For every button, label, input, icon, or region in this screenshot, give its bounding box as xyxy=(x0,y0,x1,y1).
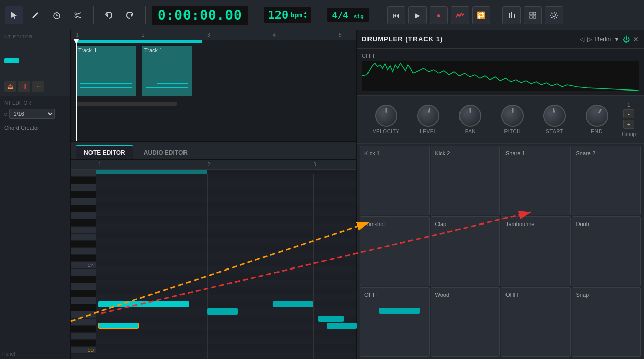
key-eb4[interactable] xyxy=(71,241,96,248)
pad-tambourine[interactable]: Tambourine xyxy=(501,216,571,286)
preset-prev-btn[interactable]: ◁ xyxy=(580,36,584,43)
settings-button[interactable] xyxy=(545,6,563,24)
pad-snare2[interactable]: Snare 2 xyxy=(572,146,641,215)
key-cs3[interactable] xyxy=(71,340,96,347)
key-g3[interactable] xyxy=(71,297,96,304)
track-block-2[interactable]: Track 1 xyxy=(142,46,192,96)
key-a4[interactable] xyxy=(71,198,96,205)
pad-ohh[interactable]: OHH xyxy=(501,287,571,357)
preset-dropdown-btn[interactable]: ▼ xyxy=(614,36,620,43)
key-b3[interactable] xyxy=(71,269,96,276)
pad-chh[interactable]: CHH xyxy=(360,287,430,357)
key-c4[interactable]: C4 xyxy=(71,262,96,269)
time-display[interactable]: 0:00:00.00 xyxy=(152,6,248,25)
key-fs4[interactable] xyxy=(71,219,96,227)
key-fs3[interactable] xyxy=(71,304,96,311)
h-scrollbar-thumb[interactable] xyxy=(76,102,177,106)
key-bb3[interactable] xyxy=(71,276,96,283)
bpm-up[interactable]: ▲ xyxy=(304,11,307,15)
key-bb4[interactable] xyxy=(71,191,96,198)
undo-button[interactable] xyxy=(100,6,118,24)
scissors-tool[interactable] xyxy=(69,6,87,24)
time-sig-display[interactable]: 4/4 sig xyxy=(327,8,369,22)
mixer-button[interactable] xyxy=(502,6,521,24)
note-block-6[interactable] xyxy=(327,323,357,329)
tab-audio-editor[interactable]: AUDIO EDITOR xyxy=(135,146,196,159)
pitch-knob[interactable] xyxy=(501,105,524,127)
ruler-mark-3: 3 xyxy=(207,32,210,38)
selection-range[interactable] xyxy=(76,40,202,43)
end-knob[interactable] xyxy=(582,100,612,130)
key-b4[interactable] xyxy=(71,184,96,191)
track-block-1[interactable]: Track 1 xyxy=(76,46,136,96)
rewind-button[interactable]: ⏮ xyxy=(387,6,405,24)
extra-tools xyxy=(502,6,563,24)
preset-next-btn[interactable]: ▷ xyxy=(587,36,592,43)
pad-kick1[interactable]: Kick 1 xyxy=(360,146,430,215)
pencil-tool[interactable] xyxy=(26,6,44,24)
key-e4[interactable] xyxy=(71,234,96,241)
key-f3[interactable] xyxy=(71,311,96,319)
pan-knob[interactable] xyxy=(459,105,481,127)
record-button[interactable]: ● xyxy=(430,6,448,24)
drumpler-knobs: VELOCITY LEVEL PAN PITCH START END xyxy=(357,96,644,144)
key-a3[interactable] xyxy=(71,283,96,290)
redo-button[interactable] xyxy=(121,6,139,24)
velocity-knob[interactable] xyxy=(375,105,397,127)
clock-tool[interactable] xyxy=(48,6,66,24)
key-e3[interactable] xyxy=(71,319,96,326)
bpm-display[interactable]: 120 bpm ▲ ▼ xyxy=(264,7,311,23)
level-knob[interactable] xyxy=(416,103,441,128)
bpm-down[interactable]: ▼ xyxy=(304,15,307,19)
track-volume-btn[interactable]: 📥 xyxy=(4,81,16,92)
pad-clap[interactable]: Clap xyxy=(431,216,500,286)
note-block-1[interactable] xyxy=(98,301,189,307)
automation-button[interactable] xyxy=(451,6,469,24)
key-ab3[interactable] xyxy=(71,290,96,297)
drumpler-close-btn[interactable]: ✕ xyxy=(633,35,639,43)
grid-mark-1: 1 xyxy=(98,162,101,167)
waveform-display[interactable] xyxy=(362,61,639,91)
svg-point-6 xyxy=(75,16,77,18)
key-f4[interactable] xyxy=(71,227,96,234)
key-b4b[interactable] xyxy=(71,177,96,184)
pad-kick2[interactable]: Kick 2 xyxy=(431,146,500,215)
key-d3[interactable] xyxy=(71,333,96,340)
pad-douh[interactable]: Douh xyxy=(572,216,641,286)
key-d4[interactable] xyxy=(71,248,96,255)
track-eq-btn[interactable]: ||| xyxy=(18,81,30,92)
key-eb3[interactable] xyxy=(71,326,96,333)
note-block-3[interactable] xyxy=(273,301,313,307)
tab-note-editor[interactable]: NOTE EDITOR xyxy=(76,145,133,159)
pad-rimshot[interactable]: Rimshot xyxy=(360,216,430,286)
note-block-2[interactable] xyxy=(207,308,238,315)
track-auto-btn[interactable]: 〰 xyxy=(32,81,44,92)
loop-button[interactable]: 🔁 xyxy=(472,6,490,24)
preset-power-btn[interactable]: ⏻ xyxy=(623,35,630,43)
pad-wood[interactable]: Wood xyxy=(431,287,500,357)
key-g4[interactable] xyxy=(71,212,96,219)
start-knob[interactable] xyxy=(542,103,568,128)
group-plus-btn[interactable]: + xyxy=(623,120,634,129)
key-cs4[interactable] xyxy=(71,255,96,262)
note-block-4[interactable] xyxy=(318,316,344,322)
pad-snap[interactable]: Snap xyxy=(572,287,641,357)
key-c5[interactable] xyxy=(71,170,96,177)
quantize-select[interactable]: 1/16 1/8 1/4 xyxy=(9,109,55,119)
knob-velocity: VELOCITY xyxy=(365,105,407,134)
key-c3[interactable]: C3 xyxy=(71,347,96,354)
pad-snare1[interactable]: Snare 1 xyxy=(501,146,571,215)
drumpler-header: DRUMPLER (TRACK 1) ◁ ▷ Berlin ▼ ⏻ ✕ xyxy=(357,30,644,49)
chord-creator-button[interactable]: Chord Creator xyxy=(4,125,66,131)
play-button[interactable]: ▶ xyxy=(408,6,427,24)
group-minus-btn[interactable]: - xyxy=(623,109,634,118)
note-block-c3[interactable] xyxy=(98,323,139,329)
divider-2 xyxy=(145,6,146,24)
plugin-button[interactable] xyxy=(524,6,542,24)
key-ab4[interactable] xyxy=(71,205,96,212)
svg-marker-0 xyxy=(11,12,17,19)
note-block-5[interactable] xyxy=(379,308,420,314)
time-sig-label: sig xyxy=(354,13,364,20)
pan-label: PAN xyxy=(465,129,476,134)
select-tool[interactable] xyxy=(5,6,23,24)
